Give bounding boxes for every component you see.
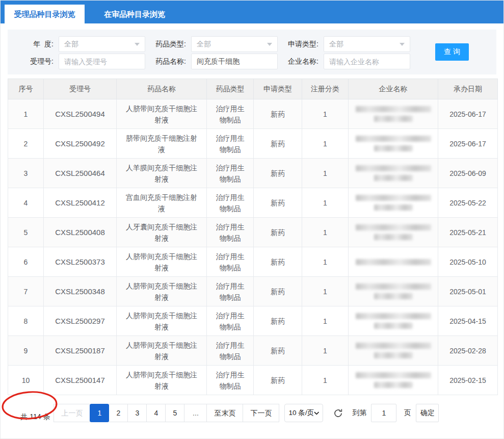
drug-type-cell: 治疗用生物制品 xyxy=(207,218,254,247)
column-header: 申请类型 xyxy=(254,79,302,99)
redacted-company xyxy=(353,195,434,211)
drug-type-cell: 治疗用生物制品 xyxy=(207,247,254,277)
seq-cell: 5 xyxy=(8,218,44,247)
acceptance-no-cell: CXSL2500187 xyxy=(44,336,117,366)
filter-row-2: 受理号: 药品名称: 企业名称: xyxy=(8,54,496,69)
drug-type-cell: 治疗用生物制品 xyxy=(207,129,254,159)
page-button-1[interactable]: 1 xyxy=(90,404,109,422)
filter-drug-name: 药品名称: xyxy=(145,54,278,69)
total-count: 共 114 条 xyxy=(8,396,51,430)
column-header: 受理号 xyxy=(44,79,117,99)
date-cell: 2025-06-09 xyxy=(438,159,498,188)
acceptance-no-cell: CXSL2500408 xyxy=(44,218,117,247)
acceptance-no-cell: CXSL2500373 xyxy=(44,247,117,277)
chevron-down-icon xyxy=(267,43,272,46)
page-button-3[interactable]: 3 xyxy=(127,404,147,422)
jump-page-input[interactable] xyxy=(371,404,396,422)
company-cell xyxy=(349,247,438,277)
acceptance-no-cell: CXSL2500147 xyxy=(44,366,117,395)
apply-type-label: 申请类型: xyxy=(278,40,324,49)
redaction-blur-bar xyxy=(356,224,431,230)
redaction-blur-bar xyxy=(374,175,413,181)
redaction-blur-bar xyxy=(356,106,431,112)
chevron-down-icon xyxy=(400,43,405,46)
redaction-blur-bar xyxy=(356,313,431,319)
redaction-blur-bar xyxy=(374,116,413,122)
drug-type-cell: 治疗用生物制品 xyxy=(207,306,254,336)
seq-cell: 2 xyxy=(8,129,44,159)
table-header-row: 序号受理号药品名称药品类型申请类型注册分类企业名称承办日期 xyxy=(8,79,498,99)
reg-class-cell: 1 xyxy=(302,188,349,218)
ellipsis-button[interactable]: ... xyxy=(184,404,207,422)
redaction-blur-bar xyxy=(356,165,431,171)
filter-row-1: 年 度: 全部 药品类型: 全部 申请类型: 全部 xyxy=(8,36,496,52)
drug-type-label: 药品类型: xyxy=(145,40,191,49)
table-row: 1CXSL2500494人脐带间充质干细胞注射液治疗用生物制品新药12025-0… xyxy=(8,99,498,129)
company-name-input[interactable] xyxy=(324,54,410,69)
filter-company-name: 企业名称: xyxy=(278,54,410,69)
redaction-blur-bar xyxy=(356,136,431,142)
reg-class-cell: 1 xyxy=(302,306,349,336)
drug-name-cell: 宫血间充质干细胞注射液 xyxy=(117,188,207,218)
apply-type-select[interactable]: 全部 xyxy=(324,36,410,52)
drug-type-select-value: 全部 xyxy=(197,40,211,49)
company-name-label: 企业名称: xyxy=(278,57,324,66)
redaction-blur-bar xyxy=(374,204,413,211)
reg-class-cell: 1 xyxy=(302,247,349,277)
redaction-blur-bar xyxy=(356,372,431,378)
reg-class-cell: 1 xyxy=(302,99,349,129)
drug-type-cell: 治疗用生物制品 xyxy=(207,188,254,218)
page-size-select[interactable]: 10 条/页 xyxy=(284,404,323,422)
reg-class-cell: 1 xyxy=(302,366,349,395)
tab-under-review-catalog[interactable]: 在审品种目录浏览 xyxy=(85,5,184,23)
search-button[interactable]: 查 询 xyxy=(435,43,469,61)
page-button-5[interactable]: 5 xyxy=(165,404,184,422)
drug-type-select[interactable]: 全部 xyxy=(191,36,278,52)
confirm-button[interactable]: 确定 xyxy=(416,404,439,422)
next-page-button[interactable]: 下一页 xyxy=(243,404,279,422)
redaction-blur-bar xyxy=(356,259,431,265)
last-page-button[interactable]: 至末页 xyxy=(206,404,243,422)
seq-cell: 4 xyxy=(8,188,44,218)
redaction-blur-bar xyxy=(374,352,413,358)
table-row: 4CXSL2500412宫血间充质干细胞注射液治疗用生物制品新药12025-05… xyxy=(8,188,498,218)
apply-type-cell: 新药 xyxy=(254,306,302,336)
drug-name-cell: 人脐带间充质干细胞注射液 xyxy=(117,336,207,366)
drug-name-cell: 人脐带间充质干细胞注射液 xyxy=(117,247,207,277)
table-row: 7CXSL2500348人脐带间充质干细胞注射液治疗用生物制品新药12025-0… xyxy=(8,277,498,306)
reg-class-cell: 1 xyxy=(302,218,349,247)
table-row: 2CXSL2500492脐带间充质干细胞注射液治疗用生物制品新药12025-06… xyxy=(8,129,498,159)
drug-type-cell: 治疗用生物制品 xyxy=(207,277,254,306)
column-header: 注册分类 xyxy=(302,79,349,99)
page-button-4[interactable]: 4 xyxy=(146,404,166,422)
company-cell xyxy=(349,366,438,395)
year-select-value: 全部 xyxy=(64,40,78,49)
table-row: 9CXSL2500187人脐带间充质干细胞注射液治疗用生物制品新药12025-0… xyxy=(8,336,498,366)
apply-type-cell: 新药 xyxy=(254,188,302,218)
company-cell xyxy=(349,336,438,366)
column-header: 企业名称 xyxy=(349,79,438,99)
date-cell: 2025-05-22 xyxy=(438,188,498,218)
tab-accepted-catalog[interactable]: 受理品种目录浏览 xyxy=(5,5,85,23)
reg-class-cell: 1 xyxy=(302,159,349,188)
date-cell: 2025-06-17 xyxy=(438,99,498,129)
table-row: 6CXSL2500373人脐带间充质干细胞注射液治疗用生物制品新药12025-0… xyxy=(8,247,498,277)
acceptance-no-cell: CXSL2500348 xyxy=(44,277,117,306)
company-cell xyxy=(349,188,438,218)
date-cell: 2025-05-01 xyxy=(438,277,498,306)
prev-page-button[interactable]: 上一页 xyxy=(54,404,90,422)
seq-cell: 9 xyxy=(8,336,44,366)
refresh-icon[interactable] xyxy=(333,407,344,419)
apply-type-cell: 新药 xyxy=(254,99,302,129)
table-row: 5CXSL2500408人牙囊间充质干细胞注射液治疗用生物制品新药12025-0… xyxy=(8,218,498,247)
company-cell xyxy=(349,218,438,247)
drug-name-cell: 人羊膜间充质干细胞注射液 xyxy=(117,159,207,188)
filter-drug-type: 药品类型: 全部 xyxy=(145,36,278,52)
acceptance-no-input[interactable] xyxy=(59,54,145,69)
year-select[interactable]: 全部 xyxy=(59,36,145,52)
chevron-down-icon xyxy=(135,43,140,46)
drug-name-input[interactable] xyxy=(191,54,278,69)
redaction-blur-bar xyxy=(356,195,431,201)
redaction-blur-bar xyxy=(374,382,413,388)
page-button-2[interactable]: 2 xyxy=(109,404,128,422)
